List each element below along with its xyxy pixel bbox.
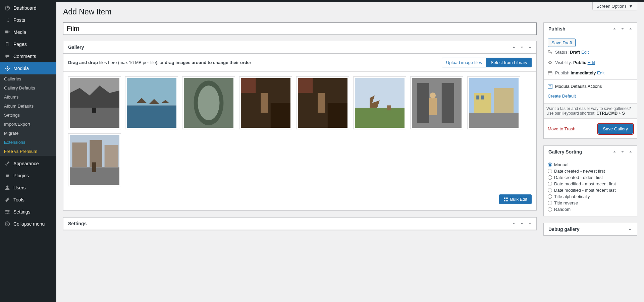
- sidebar-label: Settings: [13, 209, 31, 215]
- visibility-value: Public: [573, 60, 586, 65]
- sidebar-sub-gallery-defaults[interactable]: Gallery Defaults: [0, 83, 56, 93]
- title-input[interactable]: [63, 22, 537, 35]
- svg-rect-28: [387, 105, 391, 110]
- inst-text: files here (max 16 MB per file), or: [98, 60, 165, 65]
- sort-radio[interactable]: [548, 194, 552, 199]
- sidebar-sub-migrate[interactable]: Migrate: [0, 129, 56, 138]
- gallery-thumb[interactable]: [239, 76, 292, 129]
- publish-date-value: immediately: [571, 70, 596, 75]
- panel-toggle-icon[interactable]: [627, 148, 634, 156]
- settings-postbox: Settings: [63, 217, 537, 230]
- sidebar-item-settings[interactable]: Settings: [0, 206, 56, 218]
- sidebar-item-plugins[interactable]: Plugins: [0, 170, 56, 182]
- move-to-trash-link[interactable]: Move to Trash: [548, 126, 575, 131]
- sort-option-title-reverse[interactable]: Title reverse: [548, 200, 633, 206]
- sidebar-item-tools[interactable]: Tools: [0, 194, 56, 206]
- sidebar-sub-galleries[interactable]: Galleries: [0, 74, 56, 83]
- bulk-edit-button[interactable]: Bulk Edit: [499, 194, 532, 204]
- sidebar-sub-albums[interactable]: Albums: [0, 93, 56, 102]
- create-default-link[interactable]: Create Default: [548, 92, 576, 101]
- sort-radio[interactable]: [548, 163, 552, 167]
- panel-up-icon[interactable]: [611, 148, 618, 156]
- publish-date-label: Publish: [555, 70, 571, 75]
- panel-toggle-icon[interactable]: [526, 44, 534, 51]
- sidebar-sub-extensions[interactable]: Extensions: [0, 138, 56, 147]
- screen-options-label: Screen Options: [597, 4, 627, 9]
- panel-down-icon[interactable]: [619, 148, 626, 156]
- sidebar-sub-settings[interactable]: Settings: [0, 111, 56, 120]
- sidebar-label: Appearance: [13, 161, 39, 166]
- sidebar-sub-import-export[interactable]: Import/Export: [0, 120, 56, 129]
- pin-icon: [4, 17, 11, 23]
- inst-bold1: Drag and drop: [68, 60, 98, 65]
- gallery-thumb[interactable]: [410, 76, 463, 129]
- settings-header: Settings: [63, 218, 536, 230]
- svg-point-4: [7, 68, 8, 69]
- sort-radio[interactable]: [548, 182, 552, 186]
- sidebar-item-posts[interactable]: Posts: [0, 14, 56, 26]
- sort-radio[interactable]: [548, 207, 552, 212]
- sidebar-item-appearance[interactable]: Appearance: [0, 158, 56, 170]
- gallery-thumb[interactable]: [182, 76, 235, 129]
- sort-option-modified-recent-last[interactable]: Date modified - most recent last: [548, 187, 633, 193]
- sidebar-sub-free-premium[interactable]: Free vs Premium: [0, 147, 56, 156]
- svg-rect-32: [429, 98, 437, 115]
- screen-options-toggle[interactable]: Screen Options▼: [592, 2, 637, 10]
- inst-bold2: drag images around to change their order: [165, 60, 251, 65]
- panel-down-icon[interactable]: [619, 25, 626, 33]
- upload-image-files-button[interactable]: Upload image files: [442, 58, 486, 67]
- gallery-thumb[interactable]: [353, 76, 406, 129]
- panel-down-icon[interactable]: [518, 44, 526, 51]
- edit-visibility-link[interactable]: Edit: [588, 60, 595, 65]
- sort-option-random[interactable]: Random: [548, 206, 633, 213]
- sort-radio[interactable]: [548, 201, 552, 205]
- svg-point-33: [430, 93, 436, 99]
- svg-rect-49: [506, 200, 507, 201]
- gallery-thumb[interactable]: [296, 76, 349, 129]
- select-from-library-button[interactable]: Select from Library: [486, 58, 532, 67]
- sort-option-modified-recent-first[interactable]: Date modified - most recent first: [548, 181, 633, 187]
- gallery-thumb[interactable]: [467, 76, 520, 129]
- svg-rect-48: [504, 200, 505, 201]
- panel-up-icon[interactable]: [611, 25, 618, 33]
- sort-option-manual[interactable]: Manual: [548, 162, 633, 168]
- panel-toggle-icon[interactable]: [526, 220, 534, 227]
- grid-icon: [503, 197, 508, 202]
- svg-rect-37: [494, 88, 514, 113]
- svg-rect-38: [476, 96, 479, 100]
- sidebar-sub-album-defaults[interactable]: Album Defaults: [0, 102, 56, 111]
- publish-date-row: Publish immediately Edit: [548, 68, 633, 78]
- sidebar-item-dashboard[interactable]: Dashboard: [0, 2, 56, 14]
- panel-up-icon[interactable]: [510, 44, 518, 51]
- edit-status-link[interactable]: Edit: [581, 50, 589, 55]
- panel-down-icon[interactable]: [518, 220, 526, 227]
- sidebar-item-comments[interactable]: Comments: [0, 50, 56, 62]
- gallery-title: Gallery: [63, 41, 510, 53]
- svg-rect-45: [92, 162, 96, 172]
- sidebar-item-modula[interactable]: Modula: [0, 62, 56, 74]
- save-draft-button[interactable]: Save Draft: [548, 39, 576, 47]
- sort-radio[interactable]: [548, 175, 552, 180]
- svg-rect-14: [127, 105, 176, 128]
- sort-option-created-newest[interactable]: Date created - newest first: [548, 168, 633, 174]
- sidebar-item-pages[interactable]: Pages: [0, 38, 56, 50]
- panel-toggle-icon[interactable]: [627, 25, 634, 33]
- sort-radio[interactable]: [548, 169, 552, 173]
- panel-up-icon[interactable]: [510, 220, 518, 227]
- sort-option-created-oldest[interactable]: Date created - oldest first: [548, 174, 633, 181]
- gallery-thumb[interactable]: [68, 133, 121, 186]
- chevron-down-icon: ▼: [629, 4, 633, 9]
- save-gallery-button[interactable]: Save Gallery: [598, 124, 633, 134]
- sidebar-item-users[interactable]: Users: [0, 182, 56, 194]
- gallery-postbox: Gallery Drag and drop files here (max 16…: [63, 41, 537, 210]
- hint-shortcut: CTRL/CMD + S: [596, 111, 625, 116]
- gallery-thumb[interactable]: [125, 76, 178, 129]
- sidebar-item-media[interactable]: Media: [0, 26, 56, 38]
- gallery-thumb[interactable]: [68, 76, 121, 129]
- panel-up-icon[interactable]: [628, 227, 632, 232]
- sort-option-title-alpha[interactable]: Title alphabetically: [548, 193, 633, 200]
- sidebar-item-collapse[interactable]: Collapse menu: [0, 218, 56, 230]
- edit-publish-link[interactable]: Edit: [597, 70, 604, 75]
- sort-radio[interactable]: [548, 188, 552, 192]
- sidebar-label: Tools: [13, 197, 24, 202]
